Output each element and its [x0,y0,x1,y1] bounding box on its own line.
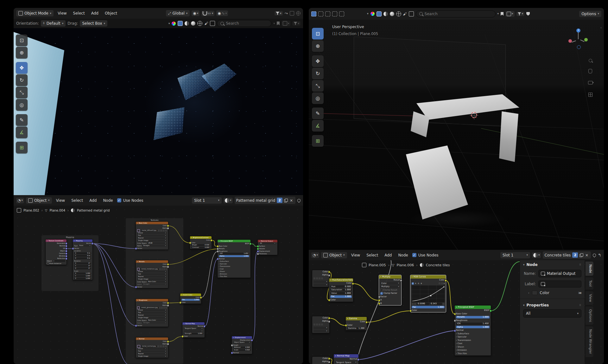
material-users-button[interactable]: 2 [572,252,578,258]
curve-channel-R[interactable]: R [415,282,417,285]
node-row-Object[interactable]: Object▸ [46,260,66,262]
socket[interactable] [328,274,331,277]
node-row-Value[interactable]: Value1.000 [329,292,353,295]
node-row-dd[interactable]: Single Image▾ [136,355,168,358]
menu-object[interactable]: Object [103,10,119,16]
field-IOR[interactable]: IOR1.450 [219,253,249,255]
field-Value[interactable]: Value1.000 [330,292,352,294]
dropdown-Single Image[interactable]: Single Image▾ [137,240,167,242]
node-invert-color[interactable]: ▾Invert ColorColorFac1.000Color [180,293,201,304]
node-row-Scale[interactable]: Scale0.015 [232,349,252,351]
socket[interactable] [65,247,68,250]
node-principled-bsdf[interactable]: ▾Principled BSDFBSDFBase ColorMetallic1.… [454,305,491,356]
field-Z[interactable]: Z0 m [74,257,91,259]
field-IOR[interactable]: IOR1.450 [456,323,490,325]
shader-node-editor-right[interactable]: Plane.005 › ▽ Plane.006 › Concrete tiles… [309,260,604,364]
slider-Alpha[interactable]: Alpha1.000 [456,326,490,328]
field-Midlevel[interactable]: Midlevel0.500 [233,347,251,349]
dropdown-Repeat[interactable]: Repeat▾ [137,237,167,239]
node-row-IOR[interactable]: IOR1.450 [455,322,491,326]
node-row-crgb[interactable]: CRGB▾ [410,282,446,285]
field-Bright[interactable]: Bright-0.500 [191,244,210,246]
dropdown-Flat[interactable]: Flat▾ [137,273,167,275]
snap-node-arrow-icon[interactable]: ⤳ [285,11,288,16]
node-row-Clamp Factor[interactable]: ✓Clamp Factor [379,292,401,295]
browse-material-dropdown[interactable]: ▾ [224,198,233,203]
socket[interactable] [378,299,381,302]
node-row-Contrast[interactable]: Contrast0.000 [190,246,212,249]
menu-view[interactable]: View [55,10,69,16]
navigation-gizmo[interactable]: Z [568,28,589,49]
node-roughness[interactable]: ▾RoughnessColorAlphametal_glossiness.jpg… [136,299,168,327]
dropdown-Tangent Space[interactable]: Tangent Space▾ [184,328,203,330]
node-row-Specular[interactable]: › Specular [455,336,491,339]
curve-tool-icon[interactable] [441,282,443,284]
socket[interactable] [400,279,402,282]
node-row-img[interactable]: metal_metalness.jpg [136,268,168,270]
image-op-icon[interactable] [163,307,165,309]
dropdown-Repeat[interactable]: Repeat▾ [137,353,167,355]
select-mode-intersect-icon[interactable] [339,11,344,16]
node-header[interactable]: ▾Principled BSDF [218,240,250,242]
slider-Fac[interactable]: Fac1.000 [330,295,352,298]
viewport-shading-material-icon[interactable] [383,12,388,16]
tool-add-cube[interactable]: ⊞ [312,135,324,147]
outliner-sync-dropdown[interactable]: ▾ [505,11,515,17]
show-gizmo-chevron[interactable]: ▾ [273,22,275,25]
field-X[interactable]: X1.000 [74,273,91,275]
node-header[interactable]: ▾Normal [136,337,168,340]
curve-channel-B[interactable]: B [420,282,422,285]
tool-scale[interactable]: ⤡ [16,87,28,98]
node-row-dd[interactable]: Single Image▾ [136,317,168,319]
orientation-default-dropdown[interactable]: ⍏ Default ▾ [41,20,66,27]
dropdown-Color[interactable]: Color▾ [380,282,400,285]
field-Scale[interactable]: Scale0.015 [233,349,251,351]
dropdown-Tangent Space[interactable]: Tangent Space▾ [335,361,357,364]
node-row-Color Space[interactable]: Color SpacesRGB▾ [136,242,168,244]
node-row-dd[interactable]: Repeat▾ [136,275,168,278]
menu-select[interactable]: Select [71,10,87,16]
zoom-icon[interactable] [587,57,594,64]
dropdown-Linear[interactable]: Linear▾ [137,309,167,311]
node-row-Emission[interactable]: › Emission [455,349,491,352]
node-row-dd[interactable]: ▾ [312,330,329,333]
socket[interactable] [217,245,219,248]
node-gamma[interactable]: ▾GammaColorColorGamma1.200 [345,317,367,330]
select-mode-new-icon[interactable] [311,11,316,16]
image-filename[interactable]: metal_normal.jpg [141,345,157,347]
image-op-icon[interactable] [162,345,164,347]
slider-Alpha[interactable]: Alpha1.000 [219,255,249,257]
node-header[interactable]: ▾Principled BSDF [455,305,491,309]
socket[interactable] [328,361,331,363]
node-row-dd[interactable]: Flat▾ [136,312,168,314]
unlink-material-icon[interactable]: × [289,198,294,203]
curve-x-value[interactable]: 0.5590 [417,303,429,305]
node-row-Metallic[interactable]: Metallic1.000 [455,316,491,319]
node-row-Bright[interactable]: Bright-0.500 [190,244,212,246]
shader-mode-dropdown[interactable]: Object▾ [321,252,347,258]
show-gizmo-chevron[interactable]: ▾ [497,12,499,15]
socket[interactable] [210,239,213,242]
node-row-dd[interactable]: Flat▾ [136,234,168,237]
material-preview-sphere-icon[interactable] [370,12,375,16]
node-row-dd[interactable]: All▾ [258,242,277,245]
node-row-img[interactable]: metal_glossiness.jpg [136,306,168,309]
collapsed-node-icon[interactable] [314,324,315,325]
node-row-Coat[interactable]: › Coat [455,342,491,346]
sidebar-collapse-arrow[interactable]: ‹ [600,26,602,29]
node-header[interactable]: ▾Metallic [136,260,168,263]
image-op-icon[interactable] [158,230,160,231]
socket[interactable] [365,321,368,324]
material-preview-sphere-icon[interactable] [172,22,176,26]
node-brightness-contrast[interactable]: ▾Brightness/ContrastColorColorBright-0.5… [190,236,212,249]
menu-select[interactable]: Select [69,197,85,204]
socket[interactable] [167,340,169,343]
node-row-Sheen[interactable]: › Sheen [218,270,250,273]
field-X[interactable]: X0 m [74,252,91,254]
use-nodes-checkbox[interactable]: ✓ [412,253,416,257]
node-collapsed[interactable]: ColorAlpha▾▾ [312,316,330,333]
tool-measure[interactable]: ∡ [16,126,28,138]
curve-y-value[interactable]: 0.343 [430,303,442,305]
tool-measure[interactable]: ∡ [312,120,324,132]
shading-section-chevron[interactable]: ▾ [168,22,170,25]
